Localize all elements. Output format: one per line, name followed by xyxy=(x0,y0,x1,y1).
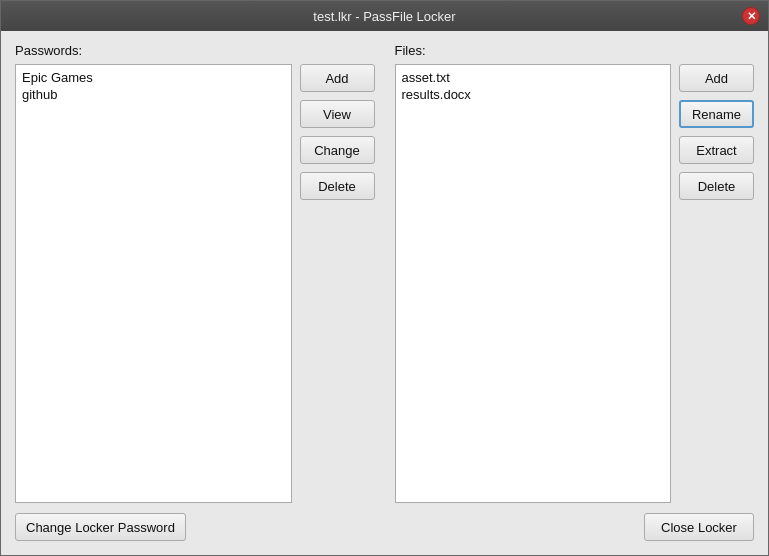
window-title: test.lkr - PassFile Locker xyxy=(313,9,455,24)
files-inner: asset.txt results.docx Add Rename Extrac… xyxy=(395,64,755,503)
main-window: test.lkr - PassFile Locker ✕ Passwords: … xyxy=(0,0,769,556)
passwords-list[interactable]: Epic Games github xyxy=(15,64,292,503)
files-rename-button[interactable]: Rename xyxy=(679,100,754,128)
window-close-button[interactable]: ✕ xyxy=(742,7,760,25)
files-extract-button[interactable]: Extract xyxy=(679,136,754,164)
files-label: Files: xyxy=(395,43,755,58)
passwords-change-button[interactable]: Change xyxy=(300,136,375,164)
list-item[interactable]: github xyxy=(20,86,287,103)
content-area: Passwords: Epic Games github Add View Ch… xyxy=(1,31,768,555)
bottom-bar: Change Locker Password Close Locker xyxy=(15,513,754,541)
files-buttons: Add Rename Extract Delete xyxy=(679,64,754,503)
passwords-label: Passwords: xyxy=(15,43,375,58)
titlebar: test.lkr - PassFile Locker ✕ xyxy=(1,1,768,31)
passwords-view-button[interactable]: View xyxy=(300,100,375,128)
list-item[interactable]: Epic Games xyxy=(20,69,287,86)
passwords-inner: Epic Games github Add View Change Delete xyxy=(15,64,375,503)
files-list[interactable]: asset.txt results.docx xyxy=(395,64,672,503)
close-locker-button[interactable]: Close Locker xyxy=(644,513,754,541)
passwords-delete-button[interactable]: Delete xyxy=(300,172,375,200)
files-add-button[interactable]: Add xyxy=(679,64,754,92)
files-delete-button[interactable]: Delete xyxy=(679,172,754,200)
section-divider xyxy=(375,43,395,503)
main-area: Passwords: Epic Games github Add View Ch… xyxy=(15,43,754,503)
list-item[interactable]: asset.txt xyxy=(400,69,667,86)
list-item[interactable]: results.docx xyxy=(400,86,667,103)
passwords-buttons: Add View Change Delete xyxy=(300,64,375,503)
files-section: Files: asset.txt results.docx Add Rename… xyxy=(395,43,755,503)
passwords-section: Passwords: Epic Games github Add View Ch… xyxy=(15,43,375,503)
change-locker-password-button[interactable]: Change Locker Password xyxy=(15,513,186,541)
passwords-add-button[interactable]: Add xyxy=(300,64,375,92)
